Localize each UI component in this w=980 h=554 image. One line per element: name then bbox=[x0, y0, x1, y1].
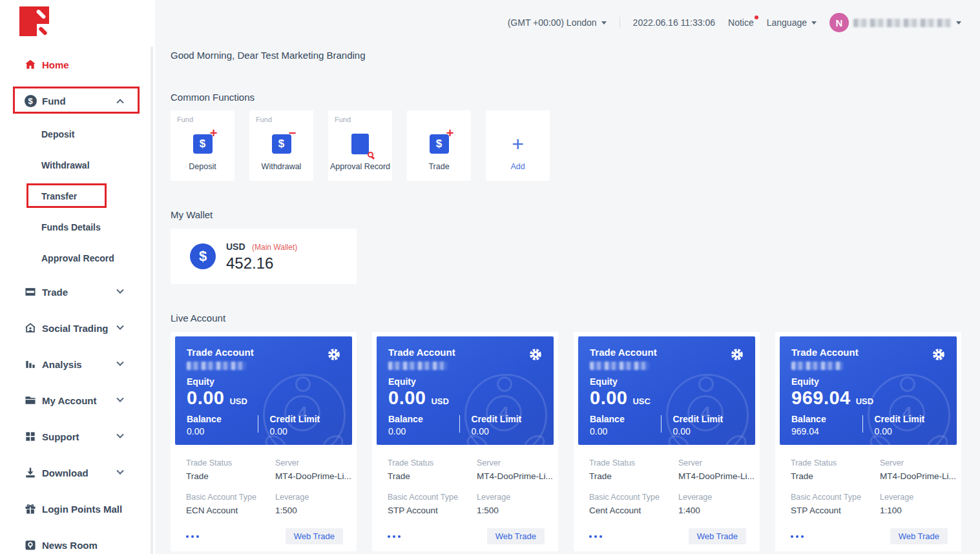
user-menu[interactable]: N bbox=[829, 13, 961, 32]
credit-limit-value: 0.00 bbox=[270, 426, 341, 436]
server-value: MT4-DooPrime-Li... bbox=[880, 471, 956, 481]
sidebar-item-fund[interactable]: $ Fund bbox=[0, 83, 151, 119]
sidebar-item-my-account[interactable]: My Account bbox=[0, 382, 151, 418]
sidebar-item-label: Home bbox=[42, 59, 69, 70]
sidebar-item-support[interactable]: Support bbox=[0, 418, 151, 455]
analysis-icon bbox=[23, 357, 37, 371]
avatar: N bbox=[829, 13, 849, 32]
server-value: MT4-DooPrime-Li... bbox=[477, 471, 553, 481]
gear-icon[interactable] bbox=[932, 348, 945, 364]
equity-currency: USC bbox=[632, 396, 650, 406]
equity-currency: USD bbox=[856, 396, 873, 406]
support-icon bbox=[23, 429, 37, 444]
account-type-value: ECN Account bbox=[186, 506, 275, 515]
datetime-label: 2022.06.16 11:33:06 bbox=[633, 17, 715, 28]
common-function-withdrawal[interactable]: Fund $− Withdrawal bbox=[249, 110, 313, 181]
gear-icon[interactable] bbox=[328, 348, 340, 364]
trade-icon bbox=[23, 285, 37, 299]
news-room-icon bbox=[23, 538, 37, 552]
chevron-down-icon bbox=[116, 323, 123, 330]
gear-icon[interactable] bbox=[529, 348, 542, 364]
sidebar-item-login-points-mall[interactable]: Login Points Mall bbox=[0, 491, 151, 527]
sidebar-item-deposit[interactable]: Deposit bbox=[0, 119, 151, 150]
chevron-down-icon bbox=[956, 21, 961, 25]
credit-limit-value: 0.00 bbox=[673, 426, 744, 436]
live-account-row: Trade Account Equity 0.00 USD bbox=[171, 332, 961, 551]
common-function-deposit[interactable]: Fund $+ Deposit bbox=[171, 110, 235, 181]
my-wallet-title: My Wallet bbox=[171, 209, 961, 220]
topbar: (GMT +00:00) London 2022.06.16 11:33:06 … bbox=[171, 0, 961, 45]
language-selector[interactable]: Language bbox=[767, 17, 817, 28]
wallet-icon: $ bbox=[190, 243, 216, 269]
live-account-card: Trade Account Equity 0.00 USC bbox=[574, 332, 760, 551]
sidebar-item-download[interactable]: Download bbox=[0, 455, 151, 491]
sidebar-item-social-trading[interactable]: Social Trading bbox=[0, 310, 151, 346]
leverage-value: 1:400 bbox=[678, 506, 755, 515]
topbar-divider bbox=[620, 17, 620, 28]
deposit-icon: $+ bbox=[193, 134, 213, 154]
equity-value: 969.04 bbox=[791, 387, 851, 409]
account-type-value: STP Account bbox=[388, 506, 477, 515]
more-icon[interactable] bbox=[791, 531, 804, 542]
trade-status-value: Trade bbox=[589, 471, 678, 481]
live-account-card: Trade Account Equity 969.04 USD bbox=[775, 332, 961, 551]
approval-record-icon bbox=[351, 134, 369, 154]
web-trade-button[interactable]: Web Trade bbox=[689, 528, 746, 544]
trade-account-title: Trade Account bbox=[187, 347, 254, 358]
common-function-approval-record[interactable]: Fund Approval Record bbox=[328, 110, 392, 181]
withdrawal-icon: $− bbox=[272, 134, 291, 154]
common-function-add[interactable]: + Add bbox=[486, 110, 550, 181]
sidebar-item-withdrawal[interactable]: Withdrawal bbox=[0, 150, 151, 181]
sidebar-scrollbar[interactable] bbox=[151, 46, 153, 554]
account-type-value: Cent Account bbox=[589, 506, 678, 515]
more-icon[interactable] bbox=[186, 531, 199, 542]
chevron-down-icon bbox=[116, 467, 123, 475]
live-account-card: Trade Account Equity 0.00 USD bbox=[171, 332, 357, 551]
account-summary-panel: Trade Account Equity 0.00 USC bbox=[578, 336, 755, 445]
sidebar-item-trade[interactable]: Trade bbox=[0, 274, 151, 310]
username-redacted bbox=[853, 19, 952, 27]
timezone-selector[interactable]: (GMT +00:00) London bbox=[508, 17, 607, 28]
chevron-up-icon bbox=[116, 99, 123, 106]
common-function-trade[interactable]: $+ Trade bbox=[407, 110, 471, 181]
account-summary-panel: Trade Account Equity 0.00 USD bbox=[175, 336, 352, 445]
balance-value: 969.04 bbox=[791, 426, 862, 436]
home-icon bbox=[23, 57, 37, 72]
chevron-down-icon bbox=[116, 395, 123, 402]
sidebar-item-analysis[interactable]: Analysis bbox=[0, 346, 151, 382]
credit-limit-value: 0.00 bbox=[875, 426, 946, 436]
login-points-mall-icon bbox=[23, 502, 37, 516]
trade-account-title: Trade Account bbox=[590, 347, 657, 358]
chevron-down-icon bbox=[116, 287, 123, 294]
gear-icon[interactable] bbox=[731, 348, 744, 364]
chevron-down-icon bbox=[601, 21, 607, 25]
wallet-tag: (Main Wallet) bbox=[252, 243, 297, 252]
sidebar-item-funds-details[interactable]: Funds Details bbox=[0, 212, 151, 243]
equity-value: 0.00 bbox=[388, 387, 426, 409]
web-trade-button[interactable]: Web Trade bbox=[286, 528, 343, 544]
sidebar-item-transfer[interactable]: Transfer bbox=[0, 181, 151, 212]
more-icon[interactable] bbox=[589, 531, 602, 542]
chevron-down-icon bbox=[811, 21, 817, 25]
equity-currency: USD bbox=[229, 396, 247, 406]
credit-limit-value: 0.00 bbox=[472, 426, 543, 436]
chevron-down-icon bbox=[116, 431, 123, 438]
balance-value: 0.00 bbox=[388, 426, 459, 436]
web-trade-button[interactable]: Web Trade bbox=[487, 528, 545, 544]
trade-status-value: Trade bbox=[791, 471, 880, 481]
sidebar-item-news-room[interactable]: News Room bbox=[0, 527, 151, 554]
add-icon: + bbox=[512, 134, 524, 154]
sidebar-item-home[interactable]: Home bbox=[0, 46, 151, 83]
equity-currency: USD bbox=[431, 396, 448, 406]
account-number-redacted bbox=[791, 362, 843, 370]
notice-button[interactable]: Notice bbox=[728, 17, 754, 28]
common-functions-title: Common Functions bbox=[171, 92, 961, 103]
trade-fn-icon: $+ bbox=[430, 134, 449, 154]
more-icon[interactable] bbox=[388, 531, 401, 542]
brand-logo-icon[interactable] bbox=[19, 6, 49, 36]
sidebar-item-approval-record[interactable]: Approval Record bbox=[0, 243, 151, 274]
trade-account-title: Trade Account bbox=[388, 347, 455, 358]
account-number-redacted bbox=[187, 362, 246, 370]
server-value: MT4-DooPrime-Li... bbox=[275, 471, 351, 481]
web-trade-button[interactable]: Web Trade bbox=[890, 528, 948, 544]
